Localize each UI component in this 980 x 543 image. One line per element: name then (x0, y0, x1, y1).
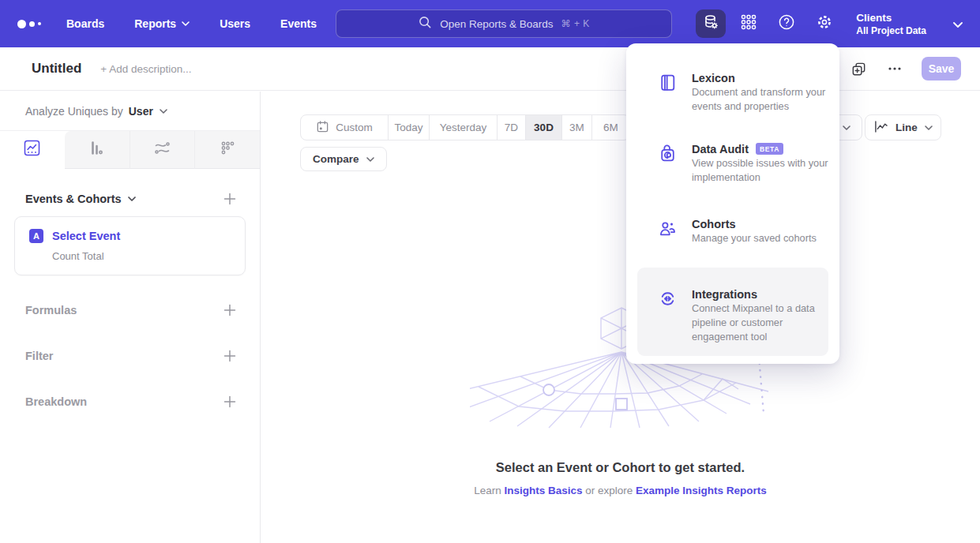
breakdown-label: Breakdown (25, 395, 87, 408)
project-selector[interactable]: Clients All Project Data (856, 12, 926, 36)
insights-basics-link[interactable]: Insights Basics (504, 485, 582, 496)
line-chart-icon (873, 120, 888, 136)
empty-state-title: Select an Event or Cohort to get started… (261, 460, 980, 475)
bar-chart-tab-icon (88, 139, 106, 160)
date-range-today[interactable]: Today (388, 115, 429, 140)
data-management-button[interactable] (696, 9, 726, 38)
menu-item-title: Data Audit (692, 143, 749, 155)
search-shortcut: ⌘ + K (561, 18, 590, 29)
top-navbar: Boards Reports Users Events Open Reports… (0, 0, 980, 47)
chevron-down-icon[interactable] (953, 17, 963, 31)
date-range-control: Custom Today Yesterday 7D 30D 3M 6M (300, 114, 630, 140)
compare-button[interactable]: Compare (300, 147, 387, 171)
report-canvas: Custom Today Yesterday 7D 30D 3M 6M Comp… (261, 92, 980, 543)
analyze-by-row: Analyze Uniques by User (0, 92, 260, 130)
chevron-down-icon (366, 157, 374, 162)
date-range-custom[interactable]: Custom (301, 115, 388, 140)
analyze-by-value[interactable]: User (129, 105, 153, 118)
formulas-section: Formulas (25, 304, 236, 316)
tab-flow-chart[interactable] (130, 131, 195, 169)
breakdown-section: Breakdown (25, 395, 236, 408)
more-options-button[interactable] (885, 59, 904, 78)
menu-item-description: Connect Mixpanel to a data pipeline or c… (692, 302, 815, 343)
date-range-30d[interactable]: 30D (525, 115, 561, 140)
date-range-6m[interactable]: 6M (591, 115, 629, 140)
line-chart-tab-icon (23, 139, 41, 160)
search-placeholder: Open Reports & Boards (440, 18, 553, 30)
menu-item-title: Lexicon (692, 72, 735, 84)
date-range-7d[interactable]: 7D (497, 115, 525, 140)
events-cohorts-label[interactable]: Events & Cohorts (25, 193, 122, 205)
menu-item-cohorts[interactable]: Cohorts Manage your saved cohorts (637, 218, 828, 245)
select-event-button[interactable]: Select Event (52, 230, 120, 242)
audit-icon (658, 143, 678, 184)
nav-item-boards[interactable]: Boards (66, 17, 104, 30)
project-scope: All Project Data (856, 25, 926, 36)
settings-button[interactable] (815, 14, 834, 33)
nav-item-users[interactable]: Users (220, 17, 250, 30)
calendar-icon (316, 120, 329, 136)
filter-label: Filter (25, 350, 53, 362)
menu-item-lexicon[interactable]: Lexicon Document and transform your even… (637, 72, 828, 113)
visualization-tabs (0, 130, 260, 169)
mixpanel-logo-icon[interactable] (17, 20, 51, 28)
chevron-down-icon (182, 21, 190, 26)
menu-item-title: Integrations (692, 288, 757, 301)
chevron-down-icon[interactable] (160, 109, 167, 114)
book-icon (658, 72, 678, 113)
people-icon (658, 218, 678, 245)
menu-item-description: Document and transform your events and p… (692, 86, 825, 112)
count-total-selector[interactable]: Count Total (52, 250, 234, 262)
data-management-menu: Lexicon Document and transform your even… (626, 43, 839, 364)
duplicate-button[interactable] (849, 59, 868, 78)
beta-badge: BETA (756, 143, 783, 155)
menu-item-integrations[interactable]: Integrations Connect Mixpanel to a data … (637, 268, 828, 356)
chevron-down-icon[interactable] (128, 197, 136, 201)
tab-metrics[interactable] (194, 131, 260, 169)
database-gear-icon (701, 13, 720, 35)
menu-item-description: View possible issues with your implement… (692, 157, 828, 183)
sync-icon (658, 288, 678, 356)
nav-item-reports[interactable]: Reports (134, 17, 190, 30)
menu-item-description: Manage your saved cohorts (692, 232, 817, 244)
empty-state-subtitle: Learn Insights Basics or explore Example… (261, 485, 980, 496)
menu-item-title: Cohorts (692, 218, 736, 230)
add-filter-button[interactable] (223, 350, 236, 362)
chevron-down-icon (843, 125, 850, 130)
save-button[interactable]: Save (922, 57, 961, 81)
date-range-yesterday[interactable]: Yesterday (429, 115, 497, 140)
global-search-input[interactable]: Open Reports & Boards ⌘ + K (336, 9, 672, 38)
report-title[interactable]: Untitled (32, 61, 81, 77)
date-range-3m[interactable]: 3M (561, 115, 591, 140)
event-series-badge: A (29, 229, 43, 243)
filter-section: Filter (25, 350, 236, 362)
chart-type-button[interactable]: Line (865, 114, 941, 140)
query-builder-sidebar: Analyze Uniques by User (0, 92, 261, 543)
example-reports-link[interactable]: Example Insights Reports (636, 485, 767, 496)
event-card[interactable]: A Select Event Count Total (14, 216, 246, 275)
analyze-by-label: Analyze Uniques by (25, 105, 123, 118)
gear-icon (815, 13, 834, 35)
project-name: Clients (856, 12, 926, 24)
grid-icon (740, 13, 757, 34)
chevron-down-icon (925, 125, 933, 130)
menu-item-data-audit[interactable]: Data Audit BETA View possible issues wit… (637, 143, 828, 184)
tab-insights-chart[interactable] (0, 131, 65, 169)
help-icon (777, 13, 796, 35)
nav-item-events[interactable]: Events (280, 17, 317, 30)
dots-funnel-tab-icon (219, 139, 237, 160)
add-breakdown-button[interactable] (223, 395, 236, 408)
add-event-button[interactable] (223, 193, 236, 205)
add-description-field[interactable]: + Add description... (100, 63, 191, 75)
add-formula-button[interactable] (223, 304, 236, 316)
apps-grid-button[interactable] (739, 14, 758, 33)
flow-tab-icon (153, 139, 171, 160)
tab-bar-chart[interactable] (65, 131, 130, 169)
help-button[interactable] (777, 14, 796, 33)
search-icon (418, 15, 432, 32)
formulas-label: Formulas (25, 304, 77, 316)
